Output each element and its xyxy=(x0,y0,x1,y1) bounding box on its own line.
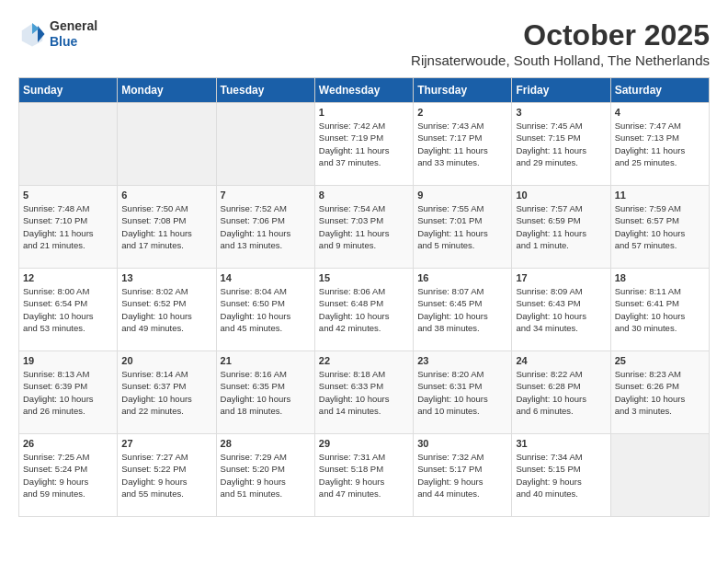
calendar-week-row: 5Sunrise: 7:48 AM Sunset: 7:10 PM Daylig… xyxy=(19,186,710,269)
calendar-cell: 23Sunrise: 8:20 AM Sunset: 6:31 PM Dayli… xyxy=(414,351,512,434)
calendar-cell: 29Sunrise: 7:31 AM Sunset: 5:18 PM Dayli… xyxy=(314,434,413,517)
calendar-cell: 17Sunrise: 8:09 AM Sunset: 6:43 PM Dayli… xyxy=(512,269,610,351)
calendar-cell: 4Sunrise: 7:47 AM Sunset: 7:13 PM Daylig… xyxy=(610,103,709,186)
page-header: General Blue October 2025 Rijnsaterwoude… xyxy=(18,18,710,68)
calendar-cell: 14Sunrise: 8:04 AM Sunset: 6:50 PM Dayli… xyxy=(216,269,314,351)
calendar-week-row: 19Sunrise: 8:13 AM Sunset: 6:39 PM Dayli… xyxy=(19,351,710,434)
day-info: Sunrise: 8:13 AM Sunset: 6:39 PM Dayligh… xyxy=(23,368,113,417)
day-number: 4 xyxy=(615,107,705,118)
calendar-cell: 30Sunrise: 7:32 AM Sunset: 5:17 PM Dayli… xyxy=(414,434,512,517)
calendar-cell xyxy=(118,103,216,186)
day-number: 30 xyxy=(417,438,507,449)
day-info: Sunrise: 8:07 AM Sunset: 6:45 PM Dayligh… xyxy=(417,285,507,334)
calendar-cell: 5Sunrise: 7:48 AM Sunset: 7:10 PM Daylig… xyxy=(19,186,118,269)
calendar-cell: 8Sunrise: 7:54 AM Sunset: 7:03 PM Daylig… xyxy=(314,186,413,269)
day-number: 14 xyxy=(221,272,311,283)
day-info: Sunrise: 8:18 AM Sunset: 6:33 PM Dayligh… xyxy=(319,368,409,417)
calendar-cell: 1Sunrise: 7:42 AM Sunset: 7:19 PM Daylig… xyxy=(314,103,413,186)
day-number: 6 xyxy=(121,190,211,201)
day-info: Sunrise: 8:20 AM Sunset: 6:31 PM Dayligh… xyxy=(417,368,507,417)
logo-text: General Blue xyxy=(50,18,97,50)
calendar-cell: 15Sunrise: 8:06 AM Sunset: 6:48 PM Dayli… xyxy=(314,269,413,351)
day-number: 24 xyxy=(516,355,606,366)
day-number: 13 xyxy=(121,272,211,283)
calendar-cell: 21Sunrise: 8:16 AM Sunset: 6:35 PM Dayli… xyxy=(216,351,314,434)
calendar-cell: 11Sunrise: 7:59 AM Sunset: 6:57 PM Dayli… xyxy=(610,186,709,269)
day-number: 12 xyxy=(23,272,113,283)
logo-blue: Blue xyxy=(50,34,97,50)
calendar-cell: 12Sunrise: 8:00 AM Sunset: 6:54 PM Dayli… xyxy=(19,269,118,351)
calendar-cell: 27Sunrise: 7:27 AM Sunset: 5:22 PM Dayli… xyxy=(118,434,216,517)
weekday-header-friday: Friday xyxy=(512,78,610,103)
logo-general: General xyxy=(50,18,97,34)
day-info: Sunrise: 7:25 AM Sunset: 5:24 PM Dayligh… xyxy=(23,451,113,500)
calendar-cell: 13Sunrise: 8:02 AM Sunset: 6:52 PM Dayli… xyxy=(118,269,216,351)
location-subtitle: Rijnsaterwoude, South Holland, The Nethe… xyxy=(411,52,710,68)
day-number: 21 xyxy=(221,355,311,366)
calendar-cell: 28Sunrise: 7:29 AM Sunset: 5:20 PM Dayli… xyxy=(216,434,314,517)
day-number: 26 xyxy=(23,438,113,449)
day-info: Sunrise: 7:27 AM Sunset: 5:22 PM Dayligh… xyxy=(121,451,211,500)
day-number: 22 xyxy=(319,355,409,366)
day-info: Sunrise: 7:55 AM Sunset: 7:01 PM Dayligh… xyxy=(417,202,507,251)
calendar-cell: 31Sunrise: 7:34 AM Sunset: 5:15 PM Dayli… xyxy=(512,434,610,517)
calendar-week-row: 26Sunrise: 7:25 AM Sunset: 5:24 PM Dayli… xyxy=(19,434,710,517)
calendar-cell xyxy=(610,434,709,517)
day-number: 31 xyxy=(516,438,606,449)
day-info: Sunrise: 7:34 AM Sunset: 5:15 PM Dayligh… xyxy=(516,451,606,500)
day-number: 8 xyxy=(319,190,409,201)
day-number: 16 xyxy=(417,272,507,283)
day-number: 17 xyxy=(516,272,606,283)
day-info: Sunrise: 7:59 AM Sunset: 6:57 PM Dayligh… xyxy=(615,202,705,251)
logo: General Blue xyxy=(18,18,97,50)
day-number: 29 xyxy=(319,438,409,449)
calendar-cell: 7Sunrise: 7:52 AM Sunset: 7:06 PM Daylig… xyxy=(216,186,314,269)
weekday-header-tuesday: Tuesday xyxy=(216,78,314,103)
day-info: Sunrise: 7:48 AM Sunset: 7:10 PM Dayligh… xyxy=(23,202,113,251)
day-number: 3 xyxy=(516,107,606,118)
calendar-cell: 18Sunrise: 8:11 AM Sunset: 6:41 PM Dayli… xyxy=(610,269,709,351)
day-number: 27 xyxy=(121,438,211,449)
calendar-cell: 16Sunrise: 8:07 AM Sunset: 6:45 PM Dayli… xyxy=(414,269,512,351)
day-number: 9 xyxy=(417,190,507,201)
day-info: Sunrise: 8:06 AM Sunset: 6:48 PM Dayligh… xyxy=(319,285,409,334)
day-info: Sunrise: 8:23 AM Sunset: 6:26 PM Dayligh… xyxy=(615,368,705,417)
calendar-table: SundayMondayTuesdayWednesdayThursdayFrid… xyxy=(18,77,710,517)
calendar-cell: 20Sunrise: 8:14 AM Sunset: 6:37 PM Dayli… xyxy=(118,351,216,434)
calendar-cell: 6Sunrise: 7:50 AM Sunset: 7:08 PM Daylig… xyxy=(118,186,216,269)
day-info: Sunrise: 7:32 AM Sunset: 5:17 PM Dayligh… xyxy=(417,451,507,500)
day-number: 28 xyxy=(221,438,311,449)
day-number: 25 xyxy=(615,355,705,366)
calendar-cell: 24Sunrise: 8:22 AM Sunset: 6:28 PM Dayli… xyxy=(512,351,610,434)
calendar-cell xyxy=(216,103,314,186)
calendar-week-row: 12Sunrise: 8:00 AM Sunset: 6:54 PM Dayli… xyxy=(19,269,710,351)
weekday-header-row: SundayMondayTuesdayWednesdayThursdayFrid… xyxy=(19,78,710,103)
weekday-header-monday: Monday xyxy=(118,78,216,103)
calendar-cell: 26Sunrise: 7:25 AM Sunset: 5:24 PM Dayli… xyxy=(19,434,118,517)
day-number: 2 xyxy=(417,107,507,118)
day-number: 23 xyxy=(417,355,507,366)
day-info: Sunrise: 8:14 AM Sunset: 6:37 PM Dayligh… xyxy=(121,368,211,417)
day-info: Sunrise: 7:54 AM Sunset: 7:03 PM Dayligh… xyxy=(319,202,409,251)
day-info: Sunrise: 8:04 AM Sunset: 6:50 PM Dayligh… xyxy=(221,285,311,334)
day-info: Sunrise: 8:16 AM Sunset: 6:35 PM Dayligh… xyxy=(221,368,311,417)
calendar-cell: 9Sunrise: 7:55 AM Sunset: 7:01 PM Daylig… xyxy=(414,186,512,269)
calendar-cell: 25Sunrise: 8:23 AM Sunset: 6:26 PM Dayli… xyxy=(610,351,709,434)
day-number: 10 xyxy=(516,190,606,201)
day-number: 19 xyxy=(23,355,113,366)
day-info: Sunrise: 7:57 AM Sunset: 6:59 PM Dayligh… xyxy=(516,202,606,251)
day-number: 18 xyxy=(615,272,705,283)
day-number: 1 xyxy=(319,107,409,118)
calendar-cell: 2Sunrise: 7:43 AM Sunset: 7:17 PM Daylig… xyxy=(414,103,512,186)
calendar-cell: 10Sunrise: 7:57 AM Sunset: 6:59 PM Dayli… xyxy=(512,186,610,269)
day-info: Sunrise: 8:11 AM Sunset: 6:41 PM Dayligh… xyxy=(615,285,705,334)
day-number: 11 xyxy=(615,190,705,201)
calendar-cell: 19Sunrise: 8:13 AM Sunset: 6:39 PM Dayli… xyxy=(19,351,118,434)
day-info: Sunrise: 8:00 AM Sunset: 6:54 PM Dayligh… xyxy=(23,285,113,334)
day-number: 15 xyxy=(319,272,409,283)
day-info: Sunrise: 7:50 AM Sunset: 7:08 PM Dayligh… xyxy=(121,202,211,251)
calendar-week-row: 1Sunrise: 7:42 AM Sunset: 7:19 PM Daylig… xyxy=(19,103,710,186)
calendar-cell xyxy=(19,103,118,186)
weekday-header-sunday: Sunday xyxy=(19,78,118,103)
day-info: Sunrise: 8:09 AM Sunset: 6:43 PM Dayligh… xyxy=(516,285,606,334)
